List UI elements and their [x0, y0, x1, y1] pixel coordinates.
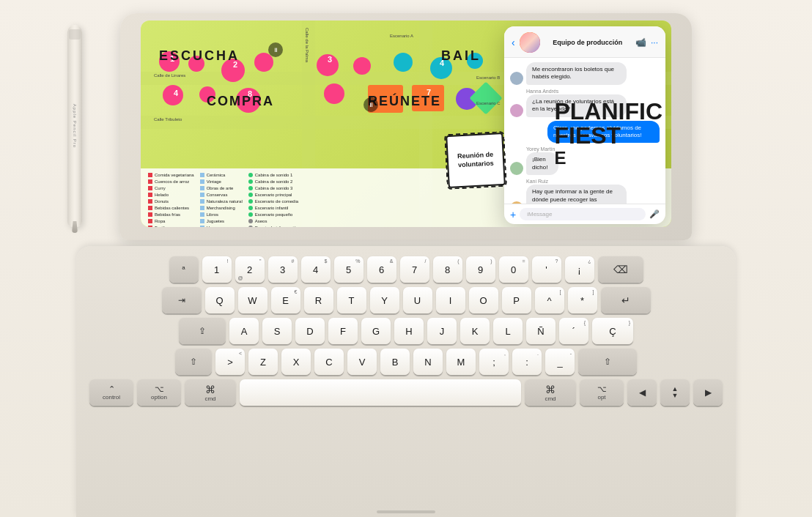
key-9[interactable]: ) 9 [466, 256, 495, 283]
key-f[interactable]: F [328, 318, 358, 344]
compra-label: COMPRA [207, 94, 274, 109]
key-dash[interactable]: - _ [545, 349, 575, 375]
key-s[interactable]: S [262, 318, 292, 344]
keyboard-row-zxcv: ⇧ < > Z X C V B N M , ; . : [89, 349, 723, 375]
microphone-icon[interactable]: 🎤 [649, 209, 660, 219]
key-control[interactable]: ⌃ control [89, 379, 133, 406]
key-e[interactable]: € E [271, 287, 300, 313]
key-b[interactable]: B [380, 349, 410, 375]
avatar [510, 104, 523, 117]
key-q[interactable]: Q [205, 287, 235, 313]
key-z[interactable]: Z [248, 349, 278, 375]
more-options-icon[interactable]: ··· [651, 37, 658, 48]
legend-col-crafts: Cerámica Vintage Obras de arte Conservas… [200, 173, 243, 223]
scene: 1 2 3 4 4 8 7 Calle de Linares Calle Tri… [0, 0, 812, 517]
key-angle[interactable]: < > [215, 349, 245, 375]
planific-text: PLANIFIC FIEST E [554, 100, 662, 167]
key-caret[interactable]: [ ^ [535, 287, 564, 313]
msg-content: Kani Ruiz Hay que informar a la gente de… [526, 179, 660, 204]
key-5[interactable]: % 5 [334, 256, 363, 283]
key-command-left[interactable]: ⌘ cmd [185, 379, 236, 406]
key-shift-left[interactable]: ⇧ [175, 349, 212, 375]
key-w[interactable]: W [238, 287, 267, 313]
key-arrow-left[interactable]: ◀ [627, 379, 657, 406]
key-7[interactable]: / 7 [400, 256, 429, 283]
key-k[interactable]: K [460, 318, 490, 344]
street-calle-linares: Calle de Linares [154, 73, 185, 78]
key-tab[interactable]: ⇥ [162, 287, 202, 313]
key-colon[interactable]: . : [512, 349, 542, 375]
msg-bubble-received: Me encontraron los boletos que habéis el… [526, 62, 627, 85]
msg-bubble-received: ¡Bien dicho! [526, 152, 558, 175]
key-n[interactable]: N [413, 349, 443, 375]
key-l[interactable]: L [493, 318, 523, 344]
msg-sender: Kani Ruiz [526, 179, 660, 184]
msg-sender: Hanna Andrés [526, 89, 660, 94]
key-d[interactable]: D [295, 318, 325, 344]
key-arrow-updown[interactable]: ▲ ▼ [660, 379, 690, 406]
video-call-icon[interactable]: 📹 [635, 37, 646, 48]
add-attachment-icon[interactable]: + [510, 209, 516, 220]
key-y[interactable]: Y [370, 287, 399, 313]
key-j[interactable]: J [427, 318, 457, 344]
key-semicolon[interactable]: , ; [479, 349, 509, 375]
key-grave[interactable]: ª [169, 256, 199, 283]
key-n-tilde[interactable]: Ñ [526, 318, 556, 344]
key-accent[interactable]: { ´ [559, 318, 588, 344]
keyboard-row-numbers: ª ! 1 " @ 2 # 3 $ 4 [89, 256, 723, 283]
key-c[interactable]: C [314, 349, 344, 375]
legend-col-stages: Cabina de sonido 1 Cabina de sonido 2 Ca… [248, 173, 299, 223]
key-space[interactable] [240, 379, 521, 406]
key-v[interactable]: V [347, 349, 377, 375]
key-option-right[interactable]: ⌥ opt [580, 379, 624, 406]
key-t[interactable]: T [337, 287, 366, 313]
trackpad-hint [377, 510, 435, 513]
msg-row: Me encontraron los boletos que habéis el… [510, 62, 660, 85]
key-option-left[interactable]: ⌥ option [137, 379, 181, 406]
key-arrow-right[interactable]: ▶ [693, 379, 723, 406]
ipad-screen: 1 2 3 4 4 8 7 Calle de Linares Calle Tri… [141, 21, 671, 227]
group-avatar [520, 32, 540, 53]
key-command-right[interactable]: ⌘ cmd [525, 379, 576, 406]
key-u[interactable]: U [403, 287, 432, 313]
key-cedilla[interactable]: } Ç [592, 318, 633, 344]
reunion-sticker: Reunión de voluntarios [446, 133, 506, 188]
key-asterisk[interactable]: ] * [568, 287, 597, 313]
key-o[interactable]: O [469, 287, 498, 313]
key-m[interactable]: M [446, 349, 476, 375]
avatar [510, 72, 523, 85]
key-2[interactable]: " @ 2 [235, 256, 265, 283]
key-a[interactable]: A [229, 318, 259, 344]
escenario-b: Escenario B [476, 75, 500, 80]
key-return[interactable]: ↵ [601, 287, 651, 313]
pause-button[interactable]: ⏸ [363, 97, 378, 112]
key-g[interactable]: G [361, 318, 391, 344]
keyboard-row-asdf: ⇪ A S D F G H J K L Ñ { ´ } Ç [89, 318, 723, 344]
key-4[interactable]: $ 4 [301, 256, 331, 283]
key-r[interactable]: R [304, 287, 333, 313]
key-8[interactable]: ( 8 [433, 256, 462, 283]
imessage-input[interactable]: iMessage [520, 208, 646, 220]
key-1[interactable]: ! 1 [202, 256, 232, 283]
key-capslock[interactable]: ⇪ [179, 318, 226, 344]
key-i[interactable]: I [436, 287, 465, 313]
key-exclaim[interactable]: ¿ ¡ [565, 256, 594, 283]
magic-keyboard: ª ! 1 " @ 2 # 3 $ 4 [76, 239, 736, 517]
messages-input-bar: + iMessage 🎤 [504, 204, 665, 224]
reunete-label: REÚNETE [368, 94, 441, 109]
key-6[interactable]: & 6 [367, 256, 396, 283]
key-p[interactable]: P [502, 287, 531, 313]
msg-content: Me encontraron los boletos que habéis el… [526, 62, 660, 85]
key-apostrophe[interactable]: ? ' [532, 256, 561, 283]
key-x[interactable]: X [281, 349, 311, 375]
key-h[interactable]: H [394, 318, 424, 344]
pause-button2[interactable]: ⏸ [268, 42, 283, 57]
back-arrow-icon[interactable]: ‹ [512, 37, 515, 48]
escenario-c: Escenario C [476, 101, 501, 105]
key-3[interactable]: # 3 [268, 256, 298, 283]
key-0[interactable]: = 0 [499, 256, 528, 283]
key-shift-right[interactable]: ⇧ [578, 349, 637, 375]
keyboard-body: ª ! 1 " @ 2 # 3 $ 4 [76, 246, 736, 517]
escenario-a: Escenario A [390, 34, 413, 38]
key-backspace[interactable]: ⌫ [598, 256, 643, 283]
